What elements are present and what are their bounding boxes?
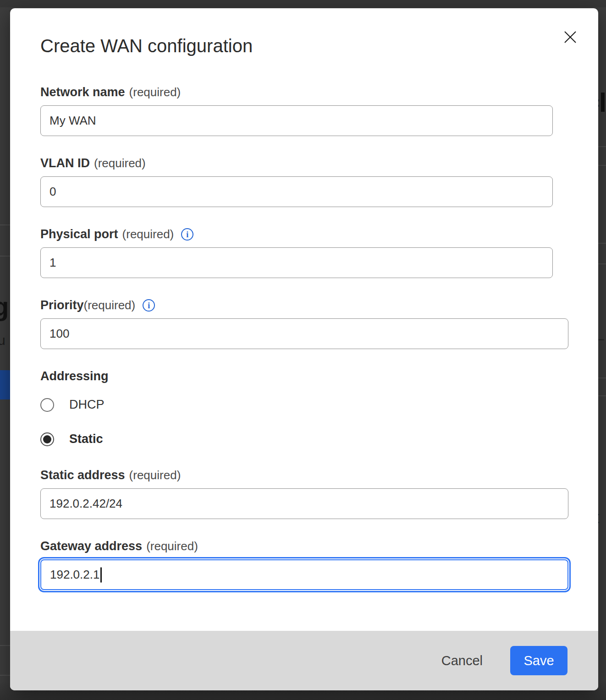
network-name-input[interactable] (40, 105, 553, 136)
info-icon[interactable] (143, 299, 155, 312)
bg-table-line (0, 675, 10, 676)
field-network-name: Network name (required) (40, 85, 568, 136)
radio-unselected-icon[interactable] (40, 398, 54, 412)
bg-table-line (598, 263, 606, 264)
text-caret (100, 567, 102, 582)
focused-input-ring (40, 559, 568, 590)
field-label: Gateway address (40, 539, 142, 553)
field-static-address: Static address (required) (40, 468, 568, 519)
field-physical-port: Physical port (required) (40, 227, 568, 278)
bg-text-fragment: u (0, 334, 6, 347)
required-hint: (required) (129, 468, 181, 482)
dialog-footer: Cancel Save (10, 631, 598, 690)
bg-table-line (0, 224, 10, 225)
radio-label[interactable]: DHCP (69, 398, 105, 412)
bg-table-line (598, 165, 606, 166)
bg-table-line (0, 256, 10, 257)
vlan-id-input[interactable] (40, 176, 553, 207)
field-label: Physical port (40, 227, 118, 241)
field-priority: Priority (required) (40, 298, 568, 349)
required-hint: (required) (146, 539, 198, 553)
addressing-heading: Addressing (40, 369, 568, 383)
field-label: Priority (40, 298, 84, 312)
required-hint: (required) (129, 85, 181, 99)
field-vlan-id: VLAN ID (required) (40, 156, 568, 207)
radio-label[interactable]: Static (69, 432, 103, 446)
required-hint: (required) (122, 227, 174, 241)
gateway-address-input[interactable] (40, 559, 568, 590)
save-button[interactable]: Save (510, 646, 567, 675)
bg-text-fragment (597, 339, 604, 340)
bg-text-fragment: g (0, 293, 9, 320)
field-gateway-address: Gateway address (required) (40, 539, 568, 590)
static-address-input[interactable] (40, 488, 568, 519)
radio-selected-icon[interactable] (40, 432, 54, 446)
bg-text-fragment (601, 93, 605, 112)
bg-table-line (598, 377, 606, 378)
info-icon[interactable] (181, 228, 193, 241)
bg-table-line (598, 146, 606, 147)
priority-input[interactable] (40, 318, 568, 349)
field-label: VLAN ID (40, 156, 90, 170)
required-hint: (required) (94, 156, 146, 170)
field-label: Static address (40, 468, 125, 482)
physical-port-input[interactable] (40, 247, 553, 278)
cancel-button[interactable]: Cancel (435, 650, 489, 672)
dialog-title: Create WAN configuration (40, 35, 568, 57)
bg-table-line (0, 645, 10, 646)
bg-table-line (598, 395, 606, 396)
create-wan-dialog: Create WAN configuration Network name (r… (10, 8, 598, 690)
required-hint: (required) (84, 298, 136, 312)
bg-table-line (598, 243, 606, 244)
field-label: Network name (40, 85, 125, 99)
radio-option-dhcp[interactable]: DHCP (40, 398, 568, 412)
radio-option-static[interactable]: Static (40, 432, 568, 446)
